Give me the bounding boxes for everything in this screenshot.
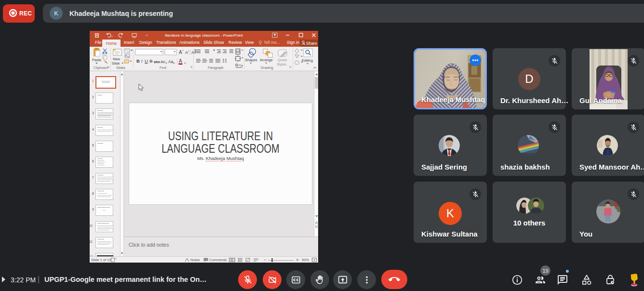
svg-text:A: A	[191, 50, 194, 55]
svg-text:Aˇ: Aˇ	[185, 50, 189, 55]
svg-text:Paragraph: Paragraph	[208, 66, 224, 70]
svg-text:Clipboard: Clipboard	[94, 66, 108, 70]
svg-text:I: I	[141, 58, 143, 64]
svg-text:New: New	[113, 57, 121, 61]
svg-text:A: A	[179, 58, 182, 64]
svg-text:abc: abc	[154, 60, 160, 64]
svg-text:Arrange: Arrange	[260, 58, 273, 62]
svg-text:Aa: Aa	[168, 59, 174, 64]
svg-text:Paste: Paste	[92, 58, 101, 62]
svg-text:U: U	[145, 58, 148, 64]
svg-text:Editing: Editing	[302, 58, 313, 63]
svg-text:Aˇ: Aˇ	[179, 50, 184, 55]
svg-text:S: S	[149, 58, 152, 64]
svg-text:Drawing: Drawing	[261, 66, 273, 70]
svg-text:Font: Font	[160, 66, 166, 69]
svg-text:Shapes: Shapes	[245, 58, 257, 62]
svg-text:Styles: Styles	[277, 62, 287, 66]
svg-text:Slides: Slides	[116, 66, 126, 69]
svg-text:B: B	[136, 58, 140, 64]
svg-text:AV: AV	[161, 60, 166, 64]
svg-text:Slide: Slide	[112, 61, 120, 66]
svg-text:Quick: Quick	[278, 58, 287, 62]
